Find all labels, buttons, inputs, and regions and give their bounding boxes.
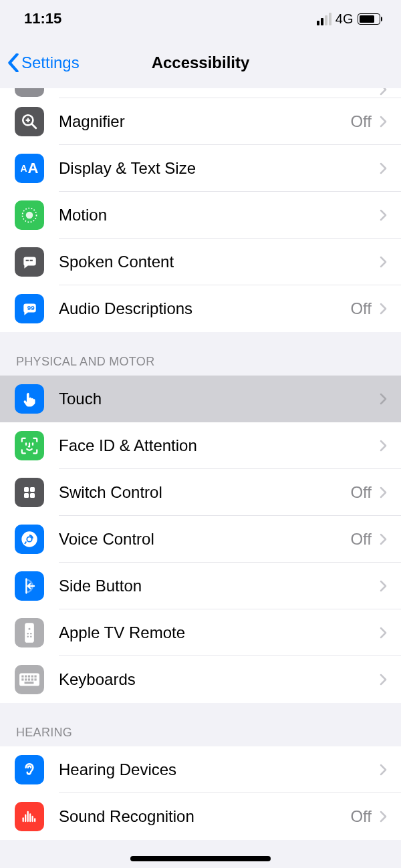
chevron-right-icon <box>380 486 388 498</box>
row-label: Face ID & Attention <box>59 436 372 455</box>
row-label: Hearing Devices <box>59 760 372 779</box>
svg-rect-30 <box>21 678 23 680</box>
list-item-face-id[interactable]: Face ID & Attention <box>0 422 401 469</box>
chevron-right-icon <box>380 764 388 776</box>
chevron-right-icon <box>380 303 388 315</box>
svg-rect-13 <box>24 493 29 498</box>
sound-recognition-icon <box>15 802 44 831</box>
svg-rect-12 <box>30 487 35 492</box>
row-value: Off <box>350 299 372 318</box>
svg-rect-32 <box>28 678 30 680</box>
chevron-right-icon <box>380 440 388 452</box>
hearing-group: Hearing Devices Sound Recognition Off <box>0 746 401 840</box>
list-item-switch-control[interactable]: Switch Control Off <box>0 469 401 516</box>
hearing-header: HEARING <box>0 703 401 746</box>
svg-text:99: 99 <box>27 304 35 311</box>
svg-rect-26 <box>25 676 27 678</box>
nav-bar: Settings Accessibility <box>0 37 401 88</box>
svg-rect-29 <box>34 676 36 678</box>
status-time: 11:15 <box>24 10 61 27</box>
svg-point-5 <box>26 212 33 219</box>
list-item-spoken-content[interactable]: Spoken Content <box>0 239 401 285</box>
row-label: Motion <box>59 206 372 225</box>
svg-line-1 <box>31 124 36 128</box>
row-value: Off <box>350 530 372 549</box>
row-label: Audio Descriptions <box>59 299 350 318</box>
list-item-motion[interactable]: Motion <box>0 192 401 239</box>
network-label: 4G <box>336 11 354 27</box>
physical-group: Touch Face ID & Attention <box>0 376 401 703</box>
svg-rect-14 <box>30 493 35 498</box>
row-label: Side Button <box>59 577 372 595</box>
status-right: 4G <box>317 11 382 27</box>
row-value: Off <box>350 807 372 826</box>
row-label: Voice Control <box>59 530 350 549</box>
chevron-right-icon <box>380 162 388 174</box>
row-value: Off <box>350 483 372 502</box>
svg-point-19 <box>29 628 31 630</box>
back-label: Settings <box>21 53 80 72</box>
chevron-right-icon <box>380 627 388 639</box>
list-item-side-button[interactable]: Side Button <box>0 563 401 609</box>
back-button[interactable]: Settings <box>7 53 80 72</box>
voice-control-icon <box>15 525 44 554</box>
signal-bars-icon <box>317 13 331 25</box>
chevron-right-icon <box>380 393 388 405</box>
svg-rect-18 <box>25 623 34 643</box>
svg-rect-7 <box>30 260 33 261</box>
battery-icon <box>358 13 383 25</box>
settings-list[interactable]: Magnifier Off AA Display & Text Size Mot… <box>0 88 401 868</box>
list-item-magnifier[interactable]: Magnifier Off <box>0 98 401 145</box>
list-item-display-text-size[interactable]: AA Display & Text Size <box>0 145 401 192</box>
row-label: Display & Text Size <box>59 159 372 178</box>
list-item[interactable] <box>0 88 401 98</box>
list-item-audio-descriptions[interactable]: 99 Audio Descriptions Off <box>0 285 401 332</box>
svg-point-22 <box>27 635 29 637</box>
svg-point-15 <box>21 531 37 547</box>
chevron-right-icon <box>380 533 388 545</box>
list-item-touch[interactable]: Touch <box>0 376 401 422</box>
side-button-icon <box>15 571 44 601</box>
vision-group: Magnifier Off AA Display & Text Size Mot… <box>0 88 401 332</box>
chevron-left-icon <box>7 53 20 72</box>
home-indicator[interactable] <box>130 856 271 861</box>
chevron-right-icon <box>380 580 388 592</box>
svg-rect-33 <box>31 678 33 680</box>
svg-rect-28 <box>31 676 33 678</box>
vision-icon <box>15 88 44 97</box>
list-item-apple-tv-remote[interactable]: Apple TV Remote <box>0 609 401 656</box>
spoken-content-icon <box>15 247 44 277</box>
svg-rect-27 <box>28 676 30 678</box>
touch-icon <box>15 384 44 414</box>
chevron-right-icon <box>380 811 388 823</box>
motion-icon <box>15 200 44 230</box>
status-bar: 11:15 4G <box>0 0 401 37</box>
magnifier-icon <box>15 107 44 136</box>
text-size-icon: AA <box>15 154 44 183</box>
remote-icon <box>15 618 44 647</box>
row-label: Spoken Content <box>59 253 372 271</box>
row-label: Keyboards <box>59 670 372 689</box>
row-label: Magnifier <box>59 112 350 131</box>
row-value: Off <box>350 112 372 131</box>
svg-rect-6 <box>26 260 29 261</box>
svg-rect-34 <box>34 678 36 680</box>
keyboards-icon <box>15 665 44 694</box>
list-item-voice-control[interactable]: Voice Control Off <box>0 516 401 563</box>
svg-point-20 <box>27 633 29 635</box>
svg-rect-31 <box>25 678 27 680</box>
list-item-sound-recognition[interactable]: Sound Recognition Off <box>0 793 401 840</box>
row-label: Touch <box>59 390 372 408</box>
audio-descriptions-icon: 99 <box>15 294 44 323</box>
chevron-right-icon <box>380 256 388 268</box>
physical-header: PHYSICAL AND MOTOR <box>0 332 401 376</box>
svg-rect-35 <box>25 682 34 684</box>
list-item-hearing-devices[interactable]: Hearing Devices <box>0 746 401 793</box>
row-label: Sound Recognition <box>59 807 350 826</box>
face-id-icon <box>15 431 44 460</box>
chevron-right-icon <box>380 88 388 96</box>
chevron-right-icon <box>380 209 388 221</box>
row-label: Apple TV Remote <box>59 623 372 642</box>
chevron-right-icon <box>380 674 388 686</box>
list-item-keyboards[interactable]: Keyboards <box>0 656 401 703</box>
